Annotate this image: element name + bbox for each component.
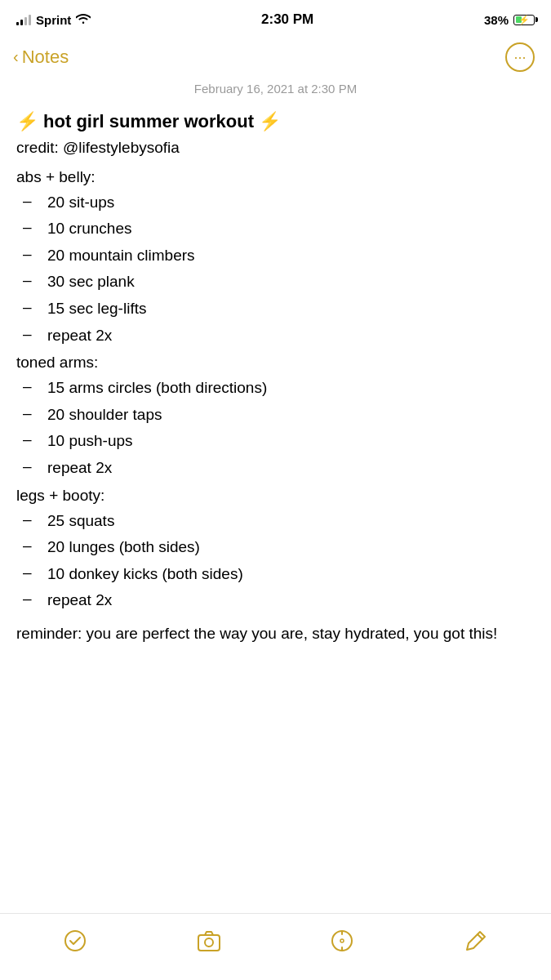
list-text: 10 crunches — [47, 218, 535, 240]
list-dash: – — [23, 325, 34, 343]
edit-icon — [464, 929, 488, 959]
list-item: – 20 shoulder taps — [16, 402, 535, 429]
list-dash: – — [23, 510, 34, 528]
list-dash: – — [23, 377, 34, 395]
list-dash: – — [23, 590, 34, 608]
svg-line-7 — [478, 934, 482, 939]
edit-button[interactable] — [451, 924, 501, 964]
list-dash: – — [23, 564, 34, 581]
list-item: – 15 arms circles (both directions) — [16, 375, 535, 402]
list-dash: – — [23, 537, 34, 555]
wifi-icon — [76, 12, 91, 27]
list-text: 20 mountain climbers — [47, 245, 535, 267]
svg-rect-1 — [198, 935, 220, 951]
list-text: 20 sit-ups — [47, 192, 535, 214]
list-text: 20 shoulder taps — [47, 404, 535, 426]
svg-point-0 — [65, 931, 85, 951]
list-text: 15 sec leg-lifts — [47, 298, 535, 320]
svg-point-4 — [340, 939, 344, 942]
time-display: 2:30 PM — [261, 11, 313, 28]
list-text: 25 squats — [47, 510, 535, 532]
list-item: – 10 crunches — [16, 216, 535, 243]
status-left: Sprint — [16, 12, 91, 27]
check-circle-icon — [63, 929, 87, 959]
list-item: – repeat 2x — [16, 455, 535, 482]
list-item: – 20 lunges (both sides) — [16, 534, 535, 561]
list-dash: – — [23, 298, 34, 316]
note-date: February 16, 2021 at 2:30 PM — [16, 82, 535, 96]
list-item: – repeat 2x — [16, 323, 535, 350]
carrier-label: Sprint — [36, 13, 71, 27]
camera-icon — [197, 929, 221, 959]
check-button[interactable] — [50, 924, 100, 964]
note-credit: credit: @lifestylebysofia — [16, 139, 535, 157]
list-text: 10 push-ups — [47, 430, 535, 452]
list-item: – 20 mountain climbers — [16, 243, 535, 270]
note-content: February 16, 2021 at 2:30 PM ⚡ hot girl … — [0, 82, 551, 913]
status-bar: Sprint 2:30 PM 38% ⚡ — [0, 0, 551, 36]
list-text: 30 sec plank — [47, 271, 535, 293]
chevron-left-icon: ‹ — [13, 48, 19, 65]
section-header-abs: abs + belly: — [16, 168, 535, 186]
list-dash: – — [23, 271, 34, 289]
list-item: – 20 sit-ups — [16, 189, 535, 216]
list-text: 10 donkey kicks (both sides) — [47, 564, 535, 586]
list-text: 20 lunges (both sides) — [47, 537, 535, 559]
signal-icon — [16, 14, 31, 25]
bottom-toolbar — [0, 913, 551, 980]
list-dash: – — [23, 457, 34, 475]
list-item: – 15 sec leg-lifts — [16, 296, 535, 323]
note-title: ⚡ hot girl summer workout ⚡ — [16, 110, 535, 134]
list-dash: – — [23, 245, 34, 263]
list-text: repeat 2x — [47, 325, 535, 347]
list-text: 15 arms circles (both directions) — [47, 377, 535, 399]
list-item: – repeat 2x — [16, 587, 535, 614]
section-header-arms: toned arms: — [16, 354, 535, 372]
battery-icon: ⚡ — [513, 15, 535, 25]
list-text: repeat 2x — [47, 457, 535, 479]
ellipsis-icon: ··· — [513, 49, 526, 66]
list-text: repeat 2x — [47, 590, 535, 612]
list-dash: – — [23, 404, 34, 422]
svg-point-2 — [205, 938, 213, 947]
status-right: 38% ⚡ — [484, 13, 535, 27]
list-dash: – — [23, 192, 34, 210]
list-item: – 30 sec plank — [16, 269, 535, 296]
back-button[interactable]: ‹ Notes — [13, 47, 69, 68]
nav-bar: ‹ Notes ··· — [0, 36, 551, 82]
camera-button[interactable] — [184, 924, 234, 964]
compass-icon — [330, 929, 354, 959]
battery-percent: 38% — [484, 13, 509, 27]
list-item: – 25 squats — [16, 508, 535, 535]
list-dash: – — [23, 430, 34, 448]
more-button[interactable]: ··· — [505, 42, 535, 72]
list-item: – 10 donkey kicks (both sides) — [16, 561, 535, 588]
reminder-text: reminder: you are perfect the way you ar… — [16, 622, 535, 646]
list-item: – 10 push-ups — [16, 428, 535, 455]
back-label: Notes — [22, 47, 69, 68]
compass-button[interactable] — [317, 924, 367, 964]
section-header-legs: legs + booty: — [16, 487, 535, 505]
list-dash: – — [23, 218, 34, 236]
